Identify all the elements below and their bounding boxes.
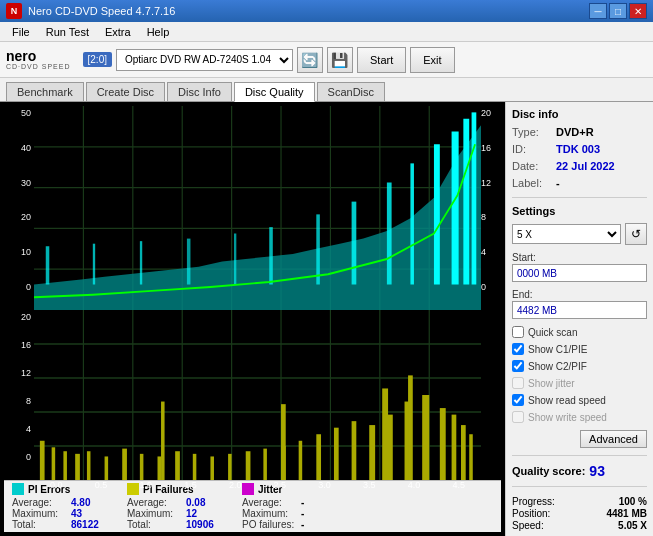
- quality-score-value: 93: [589, 463, 605, 479]
- position-label: Position:: [512, 508, 550, 519]
- lower-x-axis: 0.0 0.5 1.0 1.5 2.0 2.5 3.0 3.5 4.0 4.5: [4, 480, 501, 490]
- end-label: End:: [512, 289, 647, 300]
- tab-disc-info[interactable]: Disc Info: [167, 82, 232, 101]
- svg-rect-41: [40, 441, 45, 480]
- progress-value: 100 %: [619, 496, 647, 507]
- upper-chart: 50 40 30 20 10 0: [4, 106, 501, 310]
- po-failures-row: PO failures: -: [242, 519, 341, 530]
- svg-rect-59: [334, 428, 339, 480]
- settings-title: Settings: [512, 205, 647, 217]
- show-c1-pie-checkbox[interactable]: [512, 343, 524, 355]
- jitter-avg-row: Average: -: [242, 497, 341, 508]
- show-jitter-checkbox[interactable]: [512, 377, 524, 389]
- upper-y-axis-left: 50 40 30 20 10 0: [4, 106, 34, 310]
- po-failures-value: -: [301, 519, 341, 530]
- divider-1: [512, 197, 647, 198]
- disc-type-value: DVD+R: [556, 126, 594, 138]
- speed-row-prog: Speed: 5.05 X: [512, 520, 647, 531]
- tab-benchmark[interactable]: Benchmark: [6, 82, 84, 101]
- window-controls: ─ □ ✕: [589, 3, 647, 19]
- drive-combo[interactable]: Optiarc DVD RW AD-7240S 1.04: [116, 49, 293, 71]
- show-write-speed-row: Show write speed: [512, 411, 647, 423]
- exit-button[interactable]: Exit: [410, 47, 454, 73]
- disc-date-label: Date:: [512, 160, 552, 172]
- svg-rect-67: [461, 425, 466, 480]
- refresh-button[interactable]: 🔄: [297, 47, 323, 73]
- speed-refresh-button[interactable]: ↺: [625, 223, 647, 245]
- pi-failures-total-row: Total: 10906: [127, 519, 226, 530]
- pi-failures-max-label: Maximum:: [127, 508, 182, 519]
- chart-area: 50 40 30 20 10 0: [0, 102, 505, 536]
- show-write-speed-label: Show write speed: [528, 412, 607, 423]
- divider-3: [512, 486, 647, 487]
- svg-rect-65: [440, 408, 446, 480]
- end-input[interactable]: [512, 301, 647, 319]
- menu-run-test[interactable]: Run Test: [38, 24, 97, 40]
- show-write-speed-checkbox[interactable]: [512, 411, 524, 423]
- show-jitter-label: Show jitter: [528, 378, 575, 389]
- menu-help[interactable]: Help: [139, 24, 178, 40]
- nero-logo-text: nero: [6, 49, 36, 63]
- lower-y-axis-right: [481, 310, 501, 480]
- jitter-avg-value: -: [301, 497, 341, 508]
- svg-rect-52: [210, 456, 214, 480]
- disc-type-label: Type:: [512, 126, 552, 138]
- menu-extra[interactable]: Extra: [97, 24, 139, 40]
- menu-file[interactable]: File: [4, 24, 38, 40]
- speed-combo[interactable]: 5 X: [512, 224, 621, 244]
- start-input[interactable]: [512, 264, 647, 282]
- svg-rect-54: [246, 451, 251, 480]
- disc-id-label: ID:: [512, 143, 552, 155]
- close-button[interactable]: ✕: [629, 3, 647, 19]
- end-field-row: End:: [512, 289, 647, 319]
- svg-rect-17: [187, 239, 191, 285]
- lower-chart: 20 16 12 8 4 0: [4, 310, 501, 480]
- svg-rect-57: [299, 441, 303, 480]
- start-button[interactable]: Start: [357, 47, 406, 73]
- pi-errors-avg-row: Average: 4.80: [12, 497, 111, 508]
- progress-section: Progress: 100 % Position: 4481 MB Speed:…: [512, 496, 647, 532]
- jitter-max-row: Maximum: -: [242, 508, 341, 519]
- position-row: Position: 4481 MB: [512, 508, 647, 519]
- svg-rect-21: [352, 202, 357, 285]
- quick-scan-label: Quick scan: [528, 327, 577, 338]
- quick-scan-checkbox[interactable]: [512, 326, 524, 338]
- svg-rect-25: [452, 132, 459, 285]
- svg-rect-50: [175, 451, 180, 480]
- lower-y-axis: 20 16 12 8 4 0: [4, 310, 34, 480]
- svg-rect-61: [369, 425, 375, 480]
- minimize-button[interactable]: ─: [589, 3, 607, 19]
- show-c2-pif-checkbox[interactable]: [512, 360, 524, 372]
- pi-errors-group: PI Errors Average: 4.80 Maximum: 43 Tota…: [12, 483, 111, 530]
- svg-rect-27: [472, 112, 477, 284]
- pi-failures-max-row: Maximum: 12: [127, 508, 226, 519]
- app-icon: N: [6, 3, 22, 19]
- tab-disc-quality[interactable]: Disc Quality: [234, 82, 315, 102]
- svg-rect-58: [316, 434, 321, 480]
- advanced-button[interactable]: Advanced: [580, 430, 647, 448]
- pi-errors-total-label: Total:: [12, 519, 67, 530]
- speed-label: Speed:: [512, 520, 544, 531]
- menu-bar: File Run Test Extra Help: [0, 22, 653, 42]
- speed-value: 5.05 X: [618, 520, 647, 531]
- svg-rect-55: [263, 449, 267, 480]
- pi-failures-total-label: Total:: [127, 519, 182, 530]
- pi-errors-total-value: 86122: [71, 519, 111, 530]
- show-c2-pif-label: Show C2/PIF: [528, 361, 587, 372]
- po-failures-label: PO failures:: [242, 519, 297, 530]
- svg-rect-20: [316, 214, 320, 284]
- svg-rect-22: [387, 183, 392, 285]
- show-read-speed-checkbox[interactable]: [512, 394, 524, 406]
- maximize-button[interactable]: □: [609, 3, 627, 19]
- svg-rect-66: [452, 415, 457, 480]
- pi-errors-max-value: 43: [71, 508, 111, 519]
- disc-date-value: 22 Jul 2022: [556, 160, 615, 172]
- nero-logo-sub: CD·DVD SPEED: [6, 63, 71, 70]
- pi-failures-avg-label: Average:: [127, 497, 182, 508]
- progress-label: Progress:: [512, 496, 555, 507]
- svg-rect-15: [93, 244, 95, 285]
- save-button[interactable]: 💾: [327, 47, 353, 73]
- tab-scan-disc[interactable]: ScanDisc: [317, 82, 385, 101]
- tab-create-disc[interactable]: Create Disc: [86, 82, 165, 101]
- pi-failures-total-value: 10906: [186, 519, 226, 530]
